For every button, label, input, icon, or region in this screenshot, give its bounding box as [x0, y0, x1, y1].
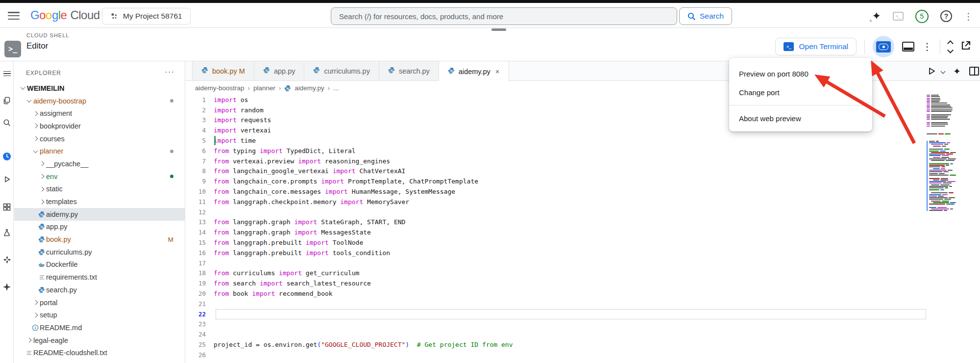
menu-item-change-port[interactable]: Change port — [729, 83, 872, 102]
tree-item-readme-md[interactable]: README.md — [14, 321, 185, 334]
code-line-20[interactable]: 20from book import recommend_book — [185, 288, 980, 299]
history-clock-icon[interactable] — [0, 151, 14, 162]
line-number: 4 — [185, 127, 214, 134]
code-line-5[interactable]: 5import time — [185, 135, 980, 146]
menu-icon[interactable] — [8, 11, 20, 21]
tree-item-aidemy-py[interactable]: aidemy.py — [14, 208, 185, 221]
code-line-12[interactable]: 12 — [185, 207, 980, 217]
split-editor-icon[interactable] — [969, 67, 979, 76]
breadcrumb-item[interactable]: ... — [333, 84, 339, 92]
code-line-22[interactable]: 22 — [185, 309, 980, 319]
code-line-14[interactable]: 14from langgraph.graph import MessagesSt… — [185, 227, 980, 237]
usage-count-badge[interactable]: 5 — [915, 10, 929, 23]
code-line-18[interactable]: 18from curriculums import get_curriculum — [185, 268, 980, 279]
code-line-11[interactable]: 11from langgraph.checkpoint.memory impor… — [185, 197, 980, 207]
tree-item-static[interactable]: static — [14, 183, 185, 196]
tree-item-planner[interactable]: planner — [14, 145, 185, 157]
code-line-9[interactable]: 9from langchain_core.prompts import Prom… — [185, 176, 980, 186]
drag-handle[interactable] — [491, 28, 506, 31]
tree-item-env[interactable]: env — [14, 170, 185, 183]
search-icon[interactable] — [0, 117, 14, 129]
open-terminal-button[interactable]: >_ Open Terminal — [775, 38, 857, 55]
tree-item-aidemy-boostrap[interactable]: aidemy-boostrap — [14, 95, 185, 107]
tree-item-setup[interactable]: setup — [14, 309, 185, 321]
code-line-21[interactable]: 21 — [185, 299, 980, 309]
global-search-input[interactable] — [331, 7, 677, 25]
open-in-new-icon[interactable] — [960, 40, 971, 53]
menu-item-preview-on-port-8080[interactable]: Preview on port 8080 — [729, 64, 872, 83]
search-button[interactable]: Search — [679, 7, 732, 25]
sparkle-icon[interactable] — [0, 281, 14, 293]
tree-item-templates[interactable]: templates — [14, 195, 185, 208]
tree-item-dockerfile[interactable]: Dockerfile — [14, 259, 185, 271]
breadcrumb-separator: › — [248, 84, 250, 92]
run-dropdown-icon[interactable] — [941, 69, 946, 74]
tab-book-py[interactable]: book.py M — [192, 61, 254, 80]
tree-item-legal-eagle[interactable]: legal-eagle — [14, 334, 185, 347]
breadcrumb-item[interactable]: aidemy-boostrap — [195, 84, 245, 92]
code-line-25[interactable]: 25project_id = os.environ.get("GOOGLE_CL… — [185, 339, 980, 350]
tree-item-readme-cloudshell-txt[interactable]: README-cloudshell.txt — [14, 346, 185, 359]
code-line-8[interactable]: 8from langchain_google_vertexai import C… — [185, 166, 980, 177]
kebab-menu-icon[interactable]: ⋮ — [964, 12, 973, 21]
tree-item--pycache-[interactable]: __pycache__ — [14, 157, 185, 170]
tab-curriculums-py[interactable]: curriculums.py — [304, 61, 379, 80]
breadcrumb-item[interactable]: planner — [253, 84, 275, 92]
menu-icon[interactable] — [0, 68, 14, 79]
code-token: requests — [237, 116, 271, 124]
tree-item-search-py[interactable]: search.py — [14, 284, 185, 296]
tree-item-curriculums-py[interactable]: curriculums.py — [14, 246, 185, 259]
tree-item-book-py[interactable]: book.pyM — [14, 233, 185, 246]
cloud-shell-icon[interactable]: >_ — [893, 12, 904, 21]
line-number: 2 — [185, 106, 214, 114]
code-line-6[interactable]: 6from typing import TypedDict, Literal — [185, 146, 980, 156]
project-selector[interactable]: My Project 58761 — [102, 8, 191, 25]
code-line-7[interactable]: 7from vertexai.preview import reasoning_… — [185, 156, 980, 166]
gemini-sparkle-icon[interactable]: ✦ — [872, 10, 881, 23]
close-tab-icon[interactable]: × — [495, 67, 500, 76]
code-line-13[interactable]: 13from langgraph.graph import StateGraph… — [185, 217, 980, 228]
code-line-16[interactable]: 16from langgraph.prebuilt import tools_c… — [185, 248, 980, 258]
code-token: import — [214, 106, 237, 114]
code-line-24[interactable]: 24 — [185, 329, 980, 339]
code-line-17[interactable]: 17 — [185, 258, 980, 268]
code-line-26[interactable]: 26 — [185, 350, 980, 360]
code-token: langchain_core.messages — [229, 188, 325, 195]
toggle-panel-icon[interactable] — [902, 42, 914, 52]
code-token: import — [279, 269, 302, 277]
code-line-15[interactable]: 15from langgraph.prebuilt import ToolNod… — [185, 237, 980, 248]
tab-search-py[interactable]: search.py — [379, 61, 439, 80]
diamond-cluster-icon[interactable] — [0, 254, 14, 265]
tree-item-app-py[interactable]: app.py — [14, 221, 185, 233]
run-debug-icon[interactable] — [0, 173, 14, 185]
web-preview-button[interactable] — [873, 36, 894, 57]
chevron-down-icon — [33, 148, 38, 153]
tree-item-portal[interactable]: portal — [14, 296, 185, 309]
code-line-10[interactable]: 10from langchain_core.messages import Hu… — [185, 186, 980, 197]
code-area[interactable]: 1import os2import random3import requests… — [185, 95, 980, 363]
run-icon[interactable] — [927, 67, 936, 76]
minimap[interactable] — [927, 95, 956, 212]
code-line-23[interactable]: 23 — [185, 319, 980, 330]
tree-item-courses[interactable]: courses — [14, 132, 185, 145]
code-token: from — [214, 290, 229, 297]
tree-item-assigment[interactable]: assigment — [14, 107, 185, 120]
text-file-icon — [24, 348, 33, 357]
tree-item-requirements-txt[interactable]: requirements.txt — [14, 271, 185, 284]
tab-aidemy-py[interactable]: aidemy.py× — [439, 61, 509, 81]
tree-item-label: Dockerfile — [46, 260, 77, 268]
copy-files-icon[interactable] — [0, 95, 14, 106]
tree-item-weimeilin[interactable]: WEIMEILIN — [14, 82, 185, 95]
menu-item-about-web-preview[interactable]: About web preview — [729, 109, 872, 128]
breadcrumb-item[interactable]: aidemy.py — [294, 84, 324, 92]
extensions-icon[interactable] — [0, 201, 14, 213]
tree-item-bookprovider[interactable]: bookprovider — [14, 120, 185, 132]
help-icon[interactable]: ? — [940, 10, 952, 22]
more-actions-icon[interactable]: ⋮ — [922, 41, 932, 52]
collapse-icon[interactable] — [948, 41, 953, 52]
code-line-19[interactable]: 19from search import search_latest_resou… — [185, 278, 980, 288]
beaker-icon[interactable] — [0, 227, 14, 238]
gemini-sparkle-icon[interactable]: ✦ — [953, 66, 961, 77]
tab-app-py[interactable]: app.py — [254, 61, 305, 80]
explorer-more-icon[interactable]: ··· — [165, 67, 174, 77]
